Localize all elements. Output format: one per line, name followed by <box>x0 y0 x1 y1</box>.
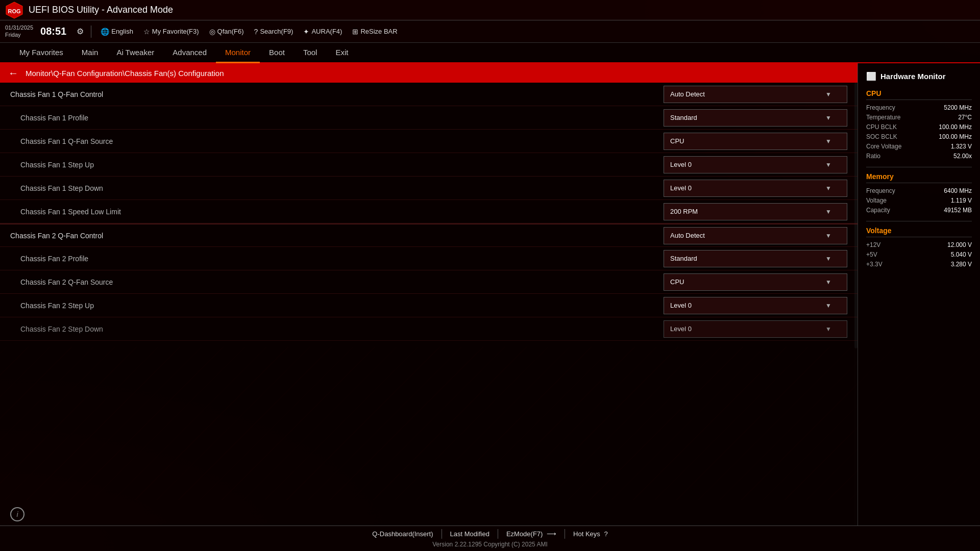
chassis-fan1-step-up-dropdown[interactable]: Level 0 ▼ <box>664 156 847 173</box>
setting-label: Chassis Fan 2 Step Down <box>10 325 664 333</box>
chassis-fan1-step-down-dropdown[interactable]: Level 0 ▼ <box>664 180 847 197</box>
v33-row: +3.3V 3.280 V <box>866 261 972 268</box>
setting-control: Auto Detect ▼ <box>664 86 847 103</box>
q-dashboard-button[interactable]: Q-Dashboard(Insert) <box>364 529 442 539</box>
cpu-frequency-label: Frequency <box>866 104 895 111</box>
setting-label: Chassis Fan 1 Speed Low Limit <box>10 208 664 216</box>
footer: Q-Dashboard(Insert) Last Modified EzMode… <box>0 525 980 551</box>
table-row: Chassis Fan 1 Speed Low Limit 200 RPM ▼ <box>0 200 857 223</box>
cpu-section-title: CPU <box>866 89 972 100</box>
memory-frequency-label: Frequency <box>866 187 895 194</box>
setting-control: CPU ▼ <box>664 273 847 291</box>
settings-icon[interactable]: ⚙ <box>75 24 86 38</box>
cpu-frequency-row: Frequency 5200 MHz <box>866 104 972 111</box>
chassis-fan1-source-dropdown[interactable]: CPU ▼ <box>664 133 847 150</box>
core-voltage-value: 1.323 V <box>951 143 972 150</box>
table-row: Chassis Fan 2 Profile Standard ▼ <box>0 247 857 270</box>
nav-item-ai-tweaker[interactable]: Ai Tweaker <box>107 43 163 63</box>
hot-keys-button[interactable]: Hot Keys ? <box>565 529 616 539</box>
nav-item-main[interactable]: Main <box>72 43 108 63</box>
memory-capacity-row: Capacity 49152 MB <box>866 207 972 214</box>
chassis-fan2-profile-dropdown[interactable]: Standard ▼ <box>664 250 847 267</box>
last-modified-button[interactable]: Last Modified <box>442 529 498 539</box>
time-display: 08:51 <box>40 26 66 37</box>
table-row: Chassis Fan 1 Profile Standard ▼ <box>0 106 857 130</box>
memory-voltage-row: Voltage 1.119 V <box>866 197 972 204</box>
ratio-row: Ratio 52.00x <box>866 153 972 160</box>
datetime-display: 01/31/2025 Friday <box>5 24 33 38</box>
globe-icon: 🌐 <box>101 28 109 36</box>
cpu-temperature-value: 27°C <box>958 114 972 121</box>
sidebar-divider-1 <box>866 167 972 167</box>
aura-label: AURA(F4) <box>311 28 342 35</box>
chassis-fan1-speed-low-limit-dropdown[interactable]: 200 RPM ▼ <box>664 203 847 220</box>
qfan-button[interactable]: ◎ Qfan(F6) <box>205 26 248 38</box>
memory-capacity-label: Capacity <box>866 207 890 214</box>
setting-control: Auto Detect ▼ <box>664 227 847 244</box>
chassis-fan1-qfan-control-dropdown[interactable]: Auto Detect ▼ <box>664 86 847 103</box>
table-row: Chassis Fan 1 Step Up Level 0 ▼ <box>0 153 857 177</box>
monitor-icon: ⬜ <box>866 71 876 81</box>
resize-bar-label: ReSize BAR <box>360 28 397 35</box>
nav-item-exit[interactable]: Exit <box>326 43 357 63</box>
nav-item-advanced[interactable]: Advanced <box>163 43 216 63</box>
footer-buttons: Q-Dashboard(Insert) Last Modified EzMode… <box>364 529 616 539</box>
memory-voltage-value: 1.119 V <box>951 197 972 204</box>
chassis-fan2-qfan-control-dropdown[interactable]: Auto Detect ▼ <box>664 227 847 244</box>
voltage-section-title: Voltage <box>866 227 972 237</box>
nav-item-monitor[interactable]: Monitor <box>216 43 260 63</box>
memory-section-title: Memory <box>866 172 972 183</box>
resize-icon: ⊞ <box>352 28 358 36</box>
version-text: Version 2.22.1295 Copyright (C) 2025 AMI <box>432 541 547 548</box>
app-title: UEFI BIOS Utility - Advanced Mode <box>29 5 173 15</box>
day-text: Friday <box>5 32 33 38</box>
nav-item-boot[interactable]: Boot <box>260 43 294 63</box>
setting-label: Chassis Fan 1 Q-Fan Source <box>10 137 664 145</box>
hardware-monitor-panel: ⬜ Hardware Monitor CPU Frequency 5200 MH… <box>857 63 980 525</box>
setting-control: Standard ▼ <box>664 109 847 127</box>
search-button[interactable]: ? Search(F9) <box>250 26 298 38</box>
core-voltage-row: Core Voltage 1.323 V <box>866 143 972 150</box>
v12-value: 12.000 V <box>947 241 972 248</box>
cpu-temperature-row: Temperature 27°C <box>866 114 972 121</box>
ratio-label: Ratio <box>866 153 880 160</box>
ez-mode-button[interactable]: EzMode(F7) ⟶ <box>498 529 565 539</box>
aura-icon: ✦ <box>303 28 309 36</box>
cpu-frequency-value: 5200 MHz <box>944 104 972 111</box>
memory-frequency-row: Frequency 6400 MHz <box>866 187 972 194</box>
chassis-fan2-source-dropdown[interactable]: CPU ▼ <box>664 273 847 291</box>
back-button[interactable]: ← <box>8 67 18 79</box>
my-favorite-button[interactable]: ☆ My Favorite(F3) <box>139 26 203 38</box>
cpu-section: CPU Frequency 5200 MHz Temperature 27°C … <box>866 89 972 160</box>
setting-control: Standard ▼ <box>664 250 847 267</box>
v33-label: +3.3V <box>866 261 883 268</box>
info-icon[interactable]: i <box>10 507 24 521</box>
setting-control: Level 0 ▼ <box>664 320 847 338</box>
breadcrumb-path: Monitor\Q-Fan Configuration\Chassis Fan(… <box>26 69 224 78</box>
setting-label: Chassis Fan 1 Step Down <box>10 184 664 192</box>
aura-button[interactable]: ✦ AURA(F4) <box>299 26 346 38</box>
chassis-fan1-profile-dropdown[interactable]: Standard ▼ <box>664 109 847 127</box>
nav-item-my-favorites[interactable]: My Favorites <box>10 43 72 63</box>
setting-control: Level 0 ▼ <box>664 180 847 197</box>
chassis-fan2-step-up-dropdown[interactable]: Level 0 ▼ <box>664 297 847 314</box>
info-section: i <box>10 507 24 521</box>
language-button[interactable]: 🌐 English <box>96 26 137 38</box>
chassis-fan2-step-down-dropdown[interactable]: Level 0 ▼ <box>664 320 847 338</box>
svg-text:ROG: ROG <box>8 8 20 14</box>
v5-row: +5V 5.040 V <box>866 251 972 258</box>
chevron-down-icon: ▼ <box>825 325 831 333</box>
toolbar-divider-1 <box>91 26 91 38</box>
my-favorite-label: My Favorite(F3) <box>152 28 199 35</box>
setting-label: Chassis Fan 2 Profile <box>10 255 664 263</box>
table-row: Chassis Fan 2 Q-Fan Control Auto Detect … <box>0 223 857 247</box>
nav-item-tool[interactable]: Tool <box>294 43 327 63</box>
setting-control: CPU ▼ <box>664 133 847 150</box>
resize-bar-button[interactable]: ⊞ ReSize BAR <box>348 26 401 38</box>
cpu-bclk-value: 100.00 MHz <box>939 123 972 131</box>
v5-label: +5V <box>866 251 877 258</box>
soc-bclk-row: SOC BCLK 100.00 MHz <box>866 133 972 140</box>
v33-value: 3.280 V <box>951 261 972 268</box>
setting-label: Chassis Fan 2 Q-Fan Source <box>10 278 664 286</box>
fan-icon: ◎ <box>209 28 215 36</box>
